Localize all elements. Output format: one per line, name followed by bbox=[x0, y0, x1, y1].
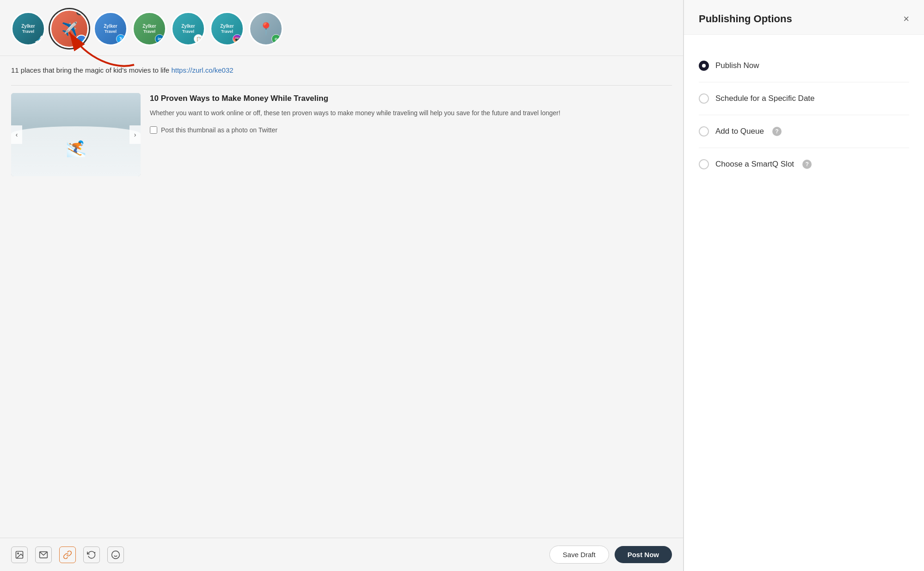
article-description: Whether you want to work online or off, … bbox=[150, 108, 672, 118]
profile-avatar-1[interactable]: 🌴 🐦 Zylker Travel bbox=[11, 12, 45, 46]
article-title: 10 Proven Ways to Make Money While Trave… bbox=[150, 93, 672, 104]
post-text: 11 places that bring the magic of kid's … bbox=[11, 65, 672, 76]
help-icon-smartq[interactable]: ? bbox=[802, 160, 812, 169]
thumbnail-checkbox-label[interactable]: Post this thumbnail as a photo on Twitte… bbox=[161, 126, 277, 134]
article-info: 10 Proven Ways to Make Money While Trave… bbox=[150, 93, 672, 176]
refresh-icon bbox=[87, 550, 96, 559]
option-label-add-to-queue: Add to Queue bbox=[715, 127, 764, 136]
left-panel: 🌴 🐦 Zylker Travel ✈️ 201 👥 bbox=[0, 0, 684, 571]
close-button[interactable]: × bbox=[903, 14, 909, 24]
image-icon-button[interactable] bbox=[11, 546, 28, 563]
svg-point-5 bbox=[112, 551, 120, 559]
profile-avatar-6[interactable]: Zylker Travel 📷 bbox=[210, 12, 244, 46]
profile-avatar-3[interactable]: Zylker Travel 𝕏 bbox=[93, 12, 128, 46]
toolbar-right: Save Draft Post Now bbox=[549, 546, 672, 564]
social-badge-6: 📷 bbox=[233, 34, 242, 43]
email-icon bbox=[39, 550, 48, 559]
image-icon bbox=[15, 550, 24, 559]
publishing-options-title: Publishing Options bbox=[699, 13, 792, 25]
radio-smartq[interactable] bbox=[699, 159, 709, 169]
emoji-icon-button[interactable] bbox=[107, 546, 124, 563]
link-icon-button[interactable] bbox=[59, 546, 76, 563]
thumbnail-prev-button[interactable]: ‹ bbox=[11, 125, 22, 144]
multi-icon: 👥 bbox=[78, 37, 85, 44]
publishing-options-list: Publish Now Schedule for a Specific Date… bbox=[684, 35, 924, 195]
toolbar-left bbox=[11, 546, 124, 563]
main-container: 🌴 🐦 Zylker Travel ✈️ 201 👥 bbox=[0, 0, 924, 571]
thumbnail-next-button[interactable]: › bbox=[129, 125, 141, 144]
profile-avatar-4[interactable]: Zylker Travel in bbox=[132, 12, 166, 46]
option-smartq[interactable]: Choose a SmartQ Slot ? bbox=[699, 148, 909, 180]
article-thumbnail: 🌲 🌲 🌲 🌲 🌲 🌲 ⛷️ ‹ › bbox=[11, 93, 141, 176]
radio-schedule[interactable] bbox=[699, 93, 709, 104]
radio-add-to-queue[interactable] bbox=[699, 126, 709, 137]
social-badge-7: G bbox=[271, 34, 281, 43]
profile-avatar-7[interactable]: 📍 G bbox=[249, 12, 283, 46]
profiles-bar: 🌴 🐦 Zylker Travel ✈️ 201 👥 bbox=[0, 0, 683, 56]
option-label-smartq: Choose a SmartQ Slot bbox=[715, 160, 794, 169]
content-divider bbox=[11, 85, 672, 86]
option-add-to-queue[interactable]: Add to Queue ? bbox=[699, 115, 909, 148]
profile-avatar-2[interactable]: ✈️ 201 👥 bbox=[50, 9, 89, 48]
post-link[interactable]: https://zurl.co/ke032 bbox=[171, 66, 233, 74]
svg-point-2 bbox=[18, 552, 19, 554]
option-publish-now[interactable]: Publish Now bbox=[699, 50, 909, 82]
email-icon-button[interactable] bbox=[35, 546, 52, 563]
social-badge-5: 📋 bbox=[194, 34, 203, 43]
help-icon-queue[interactable]: ? bbox=[772, 127, 782, 136]
link-icon bbox=[63, 550, 72, 559]
thumbnail-checkbox-row: Post this thumbnail as a photo on Twitte… bbox=[150, 126, 672, 134]
bottom-toolbar: Save Draft Post Now bbox=[0, 538, 683, 571]
option-label-schedule: Schedule for a Specific Date bbox=[715, 94, 815, 103]
social-badge-3: 𝕏 bbox=[116, 34, 125, 43]
profile-avatar-5[interactable]: Zylker Travel 📋 bbox=[171, 12, 205, 46]
article-card: 🌲 🌲 🌲 🌲 🌲 🌲 ⛷️ ‹ › 10 P bbox=[11, 93, 672, 176]
right-panel: Publishing Options × Publish Now Schedul… bbox=[684, 0, 924, 571]
save-draft-button[interactable]: Save Draft bbox=[549, 546, 609, 564]
option-label-publish-now: Publish Now bbox=[715, 61, 759, 70]
thumbnail-checkbox-input[interactable] bbox=[150, 126, 157, 134]
publishing-options-header: Publishing Options × bbox=[684, 0, 924, 35]
content-area: 11 places that bring the magic of kid's … bbox=[0, 56, 683, 538]
post-now-button[interactable]: Post Now bbox=[615, 546, 672, 563]
profile-badge-2: 201 bbox=[76, 9, 89, 15]
skier: ⛷️ bbox=[66, 138, 86, 158]
multi-profile-badge: 👥 bbox=[75, 35, 87, 47]
snow-scene: 🌲 🌲 🌲 🌲 🌲 🌲 ⛷️ bbox=[11, 93, 141, 176]
social-badge-4: in bbox=[155, 34, 164, 43]
option-schedule[interactable]: Schedule for a Specific Date bbox=[699, 82, 909, 115]
refresh-icon-button[interactable] bbox=[83, 546, 100, 563]
radio-publish-now[interactable] bbox=[699, 61, 709, 71]
emoji-icon bbox=[111, 550, 120, 559]
